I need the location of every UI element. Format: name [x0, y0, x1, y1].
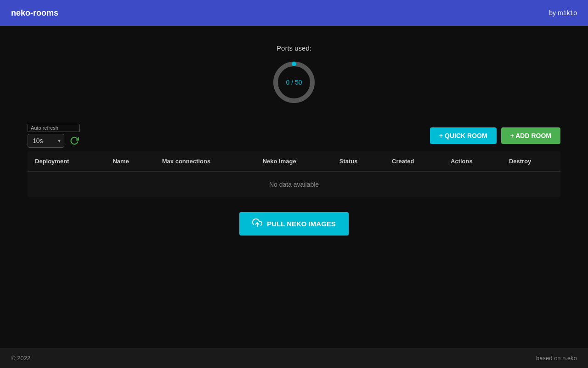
col-max-connections: Max connections [155, 151, 255, 172]
ports-label: Ports used: [277, 44, 311, 52]
col-name: Name [105, 151, 154, 172]
rooms-table: Deployment Name Max connections Neko ima… [28, 151, 560, 197]
col-destroy: Destroy [502, 151, 560, 172]
auto-refresh-controls: 5s 10s 30s 60s [28, 134, 80, 148]
ports-section: Ports used: 0 / 50 [271, 44, 317, 105]
add-room-button[interactable]: + ADD ROOM [501, 127, 560, 144]
footer-copyright: © 2022 [11, 355, 30, 362]
rooms-table-container: Deployment Name Max connections Neko ima… [28, 151, 560, 197]
ports-count: 0 / 50 [286, 79, 302, 86]
table-body: No data available [28, 172, 560, 198]
col-neko-image: Neko image [255, 151, 332, 172]
cloud-upload-icon [252, 218, 262, 230]
action-buttons: + QUICK ROOM + ADD ROOM [430, 127, 560, 144]
quick-room-button[interactable]: + QUICK ROOM [430, 127, 497, 144]
col-created: Created [384, 151, 443, 172]
ports-ring-chart: 0 / 50 [271, 59, 317, 105]
refresh-icon [70, 136, 79, 145]
auto-refresh-label: Auto refresh [28, 124, 80, 132]
pull-neko-images-button[interactable]: PULL NEKO IMAGES [239, 212, 349, 236]
refresh-interval-select[interactable]: 5s 10s 30s 60s [28, 134, 64, 148]
header-by: by m1k1o [549, 9, 577, 17]
col-actions: Actions [443, 151, 502, 172]
table-header-row: Deployment Name Max connections Neko ima… [28, 151, 560, 172]
main-content: Ports used: 0 / 50 Auto refresh 5s 10s 3… [0, 26, 588, 348]
refresh-button[interactable] [69, 135, 80, 146]
app-footer: © 2022 based on n.eko [0, 348, 588, 368]
controls-row: Auto refresh 5s 10s 30s 60s [28, 124, 560, 148]
col-status: Status [332, 151, 384, 172]
table-empty-row: No data available [28, 172, 560, 198]
table-empty-message: No data available [28, 172, 560, 198]
footer-based-on: based on n.eko [536, 355, 577, 362]
app-header: neko-rooms by m1k1o [0, 0, 588, 26]
app-title: neko-rooms [11, 8, 58, 18]
auto-refresh-group: Auto refresh 5s 10s 30s 60s [28, 124, 80, 148]
refresh-select-wrapper[interactable]: 5s 10s 30s 60s [28, 134, 64, 148]
pull-button-label: PULL NEKO IMAGES [267, 220, 336, 228]
table-header: Deployment Name Max connections Neko ima… [28, 151, 560, 172]
col-deployment: Deployment [28, 151, 105, 172]
